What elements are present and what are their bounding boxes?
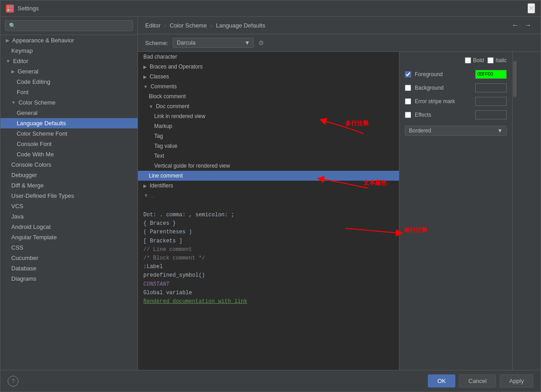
tree-item-tag-value[interactable]: Tag value xyxy=(138,141,399,151)
sidebar-item-code-with-me[interactable]: Code With Me xyxy=(0,149,138,160)
sidebar-item-cs-general[interactable]: General xyxy=(0,108,138,118)
sidebar-item-label: Appearance & Behavior xyxy=(12,37,74,44)
search-input[interactable] xyxy=(5,20,133,31)
tree-item-block-comment[interactable]: Block comment xyxy=(138,91,399,101)
effects-label: Effects xyxy=(415,112,472,118)
scheme-select[interactable]: Darcula ▼ xyxy=(173,38,254,48)
close-button[interactable]: ✕ xyxy=(527,3,535,14)
sidebar-item-cs-lang-defaults[interactable]: Language Defaults xyxy=(0,118,138,128)
nav-back-button[interactable]: ← xyxy=(510,21,521,29)
tree-item-label: Identifiers xyxy=(150,182,173,189)
bold-label: Bold xyxy=(473,57,484,64)
svg-rect-2 xyxy=(7,9,9,11)
tree-item-tag[interactable]: Tag xyxy=(138,131,399,141)
bottom-bar: ? OK Cancel Apply xyxy=(0,370,541,392)
sidebar-item-label: Android Logcat xyxy=(11,223,50,230)
tree-item-markup[interactable]: Markup xyxy=(138,121,399,131)
sidebar-item-java[interactable]: Java xyxy=(0,211,138,222)
tree-item-doc-comment[interactable]: ▼ Doc comment xyxy=(138,101,399,111)
sidebar-item-user-defined[interactable]: User-Defined File Types xyxy=(0,191,138,201)
tree-item-link-rendered[interactable]: Link in rendered view xyxy=(138,111,399,121)
sidebar-item-debugger[interactable]: Debugger xyxy=(0,170,138,180)
tree-item-text[interactable]: Text xyxy=(138,151,399,161)
sidebar-item-vcs[interactable]: VCS xyxy=(0,201,138,211)
tree-item-line-comment[interactable]: Line comment xyxy=(138,171,399,181)
scrollbar-thumb[interactable] xyxy=(513,61,517,97)
bold-checkbox[interactable] xyxy=(465,57,471,64)
tree-item-label: Vertical guide for rendered view xyxy=(154,163,230,169)
tree-item-vert-guide[interactable]: Vertical guide for rendered view xyxy=(138,161,399,171)
app-icon xyxy=(6,5,14,13)
svg-rect-0 xyxy=(7,6,9,8)
tree-item-braces[interactable]: ▶ Braces and Operators xyxy=(138,62,399,72)
sidebar-item-color-scheme[interactable]: ▼ Color Scheme xyxy=(0,97,138,108)
tree-item-label: ▼ ... xyxy=(143,192,155,199)
background-color-box[interactable] xyxy=(475,83,507,92)
sidebar-item-general[interactable]: ▶ General xyxy=(0,66,138,77)
tree-item-more[interactable]: ▼ ... xyxy=(138,191,399,201)
apply-button[interactable]: Apply xyxy=(500,374,533,387)
sidebar-item-label: Color Scheme Font xyxy=(17,130,67,137)
help-button[interactable]: ? xyxy=(8,376,18,387)
foreground-color-box[interactable]: 00FF00 xyxy=(475,70,507,79)
search-bar xyxy=(0,17,138,35)
effects-color-box[interactable] xyxy=(475,110,507,119)
tree-item-label: Bad character xyxy=(143,54,177,60)
code-line: Dot: . comma: , semicolon: ; xyxy=(143,211,394,219)
tree-item-label: Tag xyxy=(154,133,163,139)
sidebar-item-editor[interactable]: ▼ Editor xyxy=(0,56,138,66)
sidebar-item-console-colors[interactable]: Console Colors xyxy=(0,160,138,170)
sidebar-item-font[interactable]: Font xyxy=(0,87,138,97)
sidebar-item-diff-merge[interactable]: Diff & Merge xyxy=(0,180,138,191)
sidebar-item-cs-font[interactable]: Color Scheme Font xyxy=(0,128,138,139)
tree-item-bad-char[interactable]: Bad character xyxy=(138,52,399,62)
scrollbar-area xyxy=(512,52,517,370)
sidebar-item-android-logcat[interactable]: Android Logcat xyxy=(0,222,138,232)
tree-item-classes[interactable]: ▶ Classes xyxy=(138,72,399,82)
arrow-icon: ▶ xyxy=(6,38,9,43)
svg-rect-3 xyxy=(10,9,13,11)
nav-forward-button[interactable]: → xyxy=(523,21,533,29)
dropdown-arrow-icon: ▼ xyxy=(497,128,503,134)
cancel-button[interactable]: Cancel xyxy=(459,374,496,387)
main-content: ▶ Appearance & Behavior Keymap ▼ Editor … xyxy=(0,17,541,370)
error-stripe-checkbox[interactable] xyxy=(405,98,411,105)
sidebar-item-code-editing[interactable]: Code Editing xyxy=(0,77,138,87)
tree-item-label: Markup xyxy=(154,123,172,129)
sidebar-item-angular-template[interactable]: Angular Template xyxy=(0,232,138,242)
sidebar-item-cucumber[interactable]: Cucumber xyxy=(0,253,138,263)
foreground-checkbox[interactable] xyxy=(405,71,411,77)
ok-button[interactable]: OK xyxy=(428,374,455,387)
tree-item-label: Classes xyxy=(150,73,169,80)
sidebar: ▶ Appearance & Behavior Keymap ▼ Editor … xyxy=(0,17,138,370)
tree-item-label: Block comment xyxy=(149,93,186,100)
settings-window: Settings ✕ ▶ Appearance & Behavior Keyma… xyxy=(0,0,541,392)
tree-item-identifiers[interactable]: ▶ Identifiers xyxy=(138,181,399,191)
arrow-icon: ▶ xyxy=(11,69,15,74)
sidebar-item-console-font[interactable]: Console Font xyxy=(0,139,138,149)
italic-checkbox[interactable] xyxy=(487,57,494,64)
sidebar-item-keymap[interactable]: Keymap xyxy=(0,46,138,56)
sidebar-item-label: Color Scheme xyxy=(18,99,55,106)
sidebar-item-css[interactable]: CSS xyxy=(0,242,138,253)
background-row: Background xyxy=(405,83,507,92)
error-stripe-color-box[interactable] xyxy=(475,97,507,106)
breadcrumb-sep2: › xyxy=(211,22,212,29)
effects-type-dropdown[interactable]: Bordered ▼ xyxy=(405,126,507,136)
effects-checkbox[interactable] xyxy=(405,112,411,118)
arrow-icon: ▶ xyxy=(143,64,147,69)
sidebar-item-label: Language Defaults xyxy=(17,120,66,127)
foreground-row: Foreground 00FF00 xyxy=(405,70,507,79)
tree-item-comments[interactable]: ▼ Comments xyxy=(138,82,399,91)
background-checkbox[interactable] xyxy=(405,85,411,91)
gear-icon[interactable]: ⚙ xyxy=(258,39,264,46)
italic-option: Italic xyxy=(487,57,507,64)
sidebar-item-database[interactable]: Database xyxy=(0,263,138,273)
sidebar-item-diagrams[interactable]: Diagrams xyxy=(0,273,138,284)
arrow-icon: ▼ xyxy=(11,100,16,105)
sidebar-item-appearance[interactable]: ▶ Appearance & Behavior xyxy=(0,35,138,46)
sidebar-item-label: Keymap xyxy=(11,47,33,54)
sidebar-item-label: Console Colors xyxy=(11,161,51,168)
action-buttons: OK Cancel Apply xyxy=(428,374,533,387)
sidebar-item-label: Diff & Merge xyxy=(11,182,44,189)
